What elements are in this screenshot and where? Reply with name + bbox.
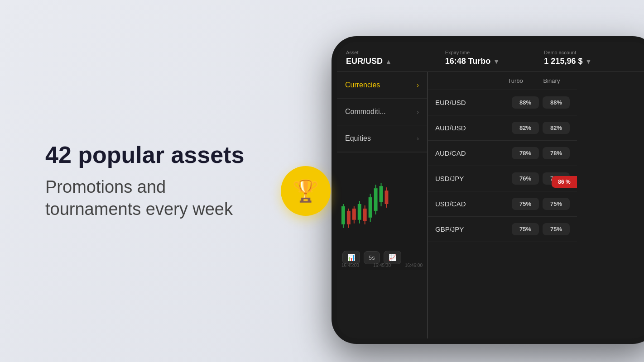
turbo-pct-gbpjpy: 75% [512,223,539,235]
bar-chart-icon: 📊 [347,254,355,261]
binary-pct-eurusd: 88% [543,96,570,109]
svg-rect-21 [380,186,383,202]
asset-row-usdcad[interactable]: USD/CAD 75% 75% [428,191,577,217]
asset-value: EUR/USD ▲ [346,57,445,66]
svg-rect-3 [347,211,351,224]
asset-name-usdjpy: USD/JPY [435,175,508,182]
asset-list-panel: ⚑ 86 % ▼ Turbo Binary [428,72,577,338]
account-label: Demo account [544,50,643,55]
asset-label: Asset [346,50,445,55]
svg-rect-6 [352,209,356,220]
turbo-pct-audcad: 78% [512,147,539,159]
asset-name-usdcad: USD/CAD [435,200,508,208]
main-heading: 42 popular assets [45,142,244,169]
up-arrow-icon: ▲ [385,58,392,65]
trophy-icon: 🏆 [292,178,319,204]
asset-name-audusd: AUD/USD [435,124,508,132]
left-section: 42 popular assets Promotions and tournam… [45,142,244,221]
svg-rect-9 [358,204,361,220]
expiry-label: Expiry time [445,50,544,55]
category-commodities-label: Commoditi... [345,108,386,116]
category-currencies[interactable]: Currencies › [337,72,427,99]
turbo-pct-audusd: 82% [512,122,539,134]
svg-rect-24 [384,191,388,204]
binary-pct-usdcad: 75% [543,198,570,210]
category-equities[interactable]: Equities › [337,125,427,152]
chart-area: 📊 5s 📈 16:45:00 [337,152,427,270]
svg-rect-12 [363,209,367,221]
phone-container: Asset EUR/USD ▲ Expiry time 16:48 Turbo … [300,36,644,353]
binary-pct-audusd: 82% [543,122,570,134]
time-label-3: 16:46:00 [405,263,423,268]
asset-row-audusd[interactable]: AUD/USD 82% 82% [428,115,577,141]
time-label-1: 16:45:00 [341,263,359,268]
side-badge: 86 % [552,176,577,188]
binary-pct-audcad: 78% [543,147,570,159]
account-section: Demo account 1 215,96 $ ▼ [544,50,643,66]
time-label-2: 16:45:30 [373,263,391,268]
turbo-pct-eurusd: 88% [512,96,539,109]
asset-row-eurusd[interactable]: EUR/USD 88% 88% [428,90,577,115]
trophy-badge: 🏆 [281,166,331,216]
turbo-pct-usdcad: 75% [512,198,539,210]
expiry-value: 16:48 Turbo ▼ [445,57,544,66]
app-ui: Asset EUR/USD ▲ Expiry time 16:48 Turbo … [337,42,644,338]
asset-name-gbpjpy: GBP/JPY [435,225,508,233]
svg-rect-18 [374,188,378,211]
top-bar: Asset EUR/USD ▲ Expiry time 16:48 Turbo … [337,42,644,72]
phone-shell: Asset EUR/USD ▲ Expiry time 16:48 Turbo … [332,36,644,344]
category-equities-arrow: › [417,135,419,142]
account-arrow-icon: ▼ [585,58,591,65]
category-currencies-label: Currencies [345,81,380,89]
sub-heading: Promotions and tournaments every week [45,176,244,221]
down-arrow-icon: ▼ [493,58,500,65]
asset-name-audcad: AUD/CAD [435,149,508,157]
categories-panel: Currencies › Commoditi... › Equities › [337,72,428,338]
candlestick-chart [337,157,427,247]
phone-screen: Asset EUR/USD ▲ Expiry time 16:48 Turbo … [337,42,644,338]
asset-name-eurusd: EUR/USD [435,99,508,106]
col-binary-header: Binary [533,77,570,84]
main-content: Currencies › Commoditi... › Equities › [337,72,644,338]
svg-rect-15 [369,197,372,218]
turbo-pct-usdjpy: 76% [512,172,539,185]
category-commodities-arrow: › [417,108,419,115]
asset-row-audcad[interactable]: AUD/CAD 78% 78% [428,141,577,166]
asset-row-gbpjpy[interactable]: GBP/JPY 75% 75% [428,217,577,242]
line-chart-icon: 📈 [389,254,396,261]
category-commodities[interactable]: Commoditi... › [337,99,427,125]
svg-rect-0 [341,206,345,224]
asset-list-header: Turbo Binary [428,72,577,90]
col-turbo-header: Turbo [497,77,533,84]
asset-section: Asset EUR/USD ▲ [346,50,445,66]
category-equities-label: Equities [345,134,371,143]
category-currencies-arrow: › [417,81,419,89]
timeline-labels: 16:45:00 16:45:30 16:46:00 [337,261,427,270]
expiry-section: Expiry time 16:48 Turbo ▼ [445,50,544,66]
account-value: 1 215,96 $ ▼ [544,57,643,66]
binary-pct-gbpjpy: 75% [543,223,570,235]
